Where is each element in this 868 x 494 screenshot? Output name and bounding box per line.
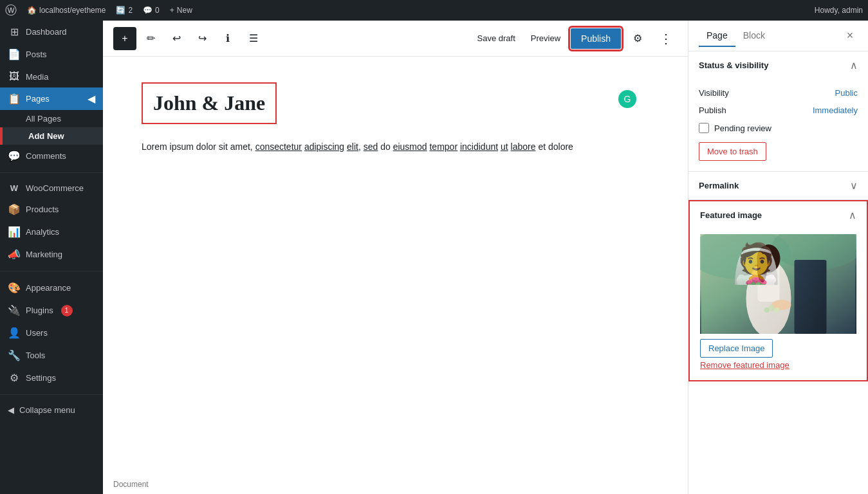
plugins-icon: 🔌 bbox=[8, 304, 21, 316]
collapse-menu-button[interactable]: ◀ Collapse menu bbox=[0, 400, 103, 420]
comments-link[interactable]: 💬 0 bbox=[143, 6, 160, 15]
analytics-icon: 📊 bbox=[8, 226, 21, 238]
wp-icon: ⓦ bbox=[5, 3, 17, 18]
permalink-toggle-icon: ∨ bbox=[850, 179, 858, 192]
tab-page[interactable]: Page bbox=[699, 25, 735, 47]
remove-featured-image-link[interactable]: Remove featured image bbox=[700, 360, 790, 370]
updates-icon: 🔄 bbox=[116, 6, 125, 15]
sidebar-item-plugins[interactable]: 🔌 Plugins 1 bbox=[0, 299, 103, 322]
updates-link[interactable]: 🔄 2 bbox=[116, 6, 133, 15]
pending-review-row: Pending review bbox=[699, 119, 858, 137]
list-view-button[interactable]: ☰ bbox=[242, 27, 265, 50]
sidebar-item-appearance[interactable]: 🎨 Appearance bbox=[0, 277, 103, 299]
more-options-button[interactable]: ⋮ bbox=[654, 27, 678, 50]
page-title-block[interactable]: John & Jane bbox=[142, 82, 277, 124]
dashboard-icon: ⊞ bbox=[8, 26, 21, 38]
tab-block[interactable]: Block bbox=[735, 25, 773, 47]
move-to-trash-button[interactable]: Move to trash bbox=[699, 142, 766, 161]
editor-content[interactable]: John & Jane G Lorem ipsum dolor sit amet… bbox=[103, 57, 688, 494]
sidebar-item-media[interactable]: 🖼 Media bbox=[0, 66, 103, 87]
editor-paragraph[interactable]: Lorem ipsum dolor sit amet, consectetur … bbox=[142, 140, 649, 154]
editor-toolbar: + ✏ ↩ ↪ ℹ ☰ Save draft bbox=[103, 21, 688, 57]
featured-image-header[interactable]: Featured image ∧ bbox=[690, 201, 867, 229]
redo-icon: ↪ bbox=[198, 32, 207, 44]
editor-area: + ✏ ↩ ↪ ℹ ☰ Save draft bbox=[103, 21, 688, 494]
pencil-icon: ✏ bbox=[147, 32, 155, 44]
all-pages-label: All Pages bbox=[26, 114, 61, 124]
sidebar-label-dashboard: Dashboard bbox=[26, 27, 67, 37]
sidebar-item-dashboard[interactable]: ⊞ Dashboard bbox=[0, 21, 103, 43]
featured-image-toggle-icon: ∧ bbox=[849, 209, 856, 221]
featured-image-title: Featured image bbox=[700, 210, 762, 220]
sidebar-item-users[interactable]: 👤 Users bbox=[0, 322, 103, 344]
status-visibility-header[interactable]: Status & visibility ∧ bbox=[688, 51, 868, 79]
svg-point-1 bbox=[700, 234, 791, 279]
sidebar-item-marketing[interactable]: 📣 Marketing bbox=[0, 243, 103, 266]
sidebar-item-posts[interactable]: 📄 Posts bbox=[0, 43, 103, 66]
visibility-value[interactable]: Public bbox=[835, 88, 858, 98]
add-block-button[interactable]: + bbox=[113, 27, 136, 50]
sidebar-label-analytics: Analytics bbox=[26, 227, 59, 237]
sidebar-divider-2 bbox=[0, 271, 103, 271]
sidebar-item-comments[interactable]: 💬 Comments bbox=[0, 145, 103, 167]
pages-icon: 📋 bbox=[8, 93, 21, 105]
page-title[interactable]: John & Jane bbox=[153, 91, 265, 115]
svg-point-6 bbox=[757, 250, 768, 282]
redo-button[interactable]: ↪ bbox=[190, 27, 214, 50]
info-button[interactable]: ℹ bbox=[216, 27, 239, 50]
document-label: Document bbox=[103, 475, 159, 494]
undo-icon: ↩ bbox=[172, 32, 181, 44]
permalink-header[interactable]: Permalink ∨ bbox=[688, 172, 868, 199]
sidebar-label-marketing: Marketing bbox=[26, 250, 62, 259]
sidebar-item-settings[interactable]: ⚙ Settings bbox=[0, 367, 103, 389]
featured-image-section: Featured image ∧ bbox=[688, 200, 868, 381]
appearance-icon: 🎨 bbox=[8, 282, 21, 294]
add-new-label: Add New bbox=[28, 131, 64, 141]
comments-count: 0 bbox=[155, 6, 160, 15]
settings-toggle-button[interactable]: ⚙ bbox=[626, 27, 649, 50]
replace-image-button[interactable]: Replace Image bbox=[700, 339, 773, 358]
plus-icon: + bbox=[122, 33, 127, 44]
toolbar-left: + ✏ ↩ ↪ ℹ ☰ bbox=[113, 27, 467, 50]
pending-review-label: Pending review bbox=[714, 124, 771, 133]
sidebar-label-posts: Posts bbox=[26, 50, 47, 59]
sidebar-item-add-new[interactable]: Add New bbox=[0, 127, 103, 145]
status-visibility-toggle-icon: ∧ bbox=[850, 59, 858, 71]
preview-button[interactable]: Preview bbox=[526, 31, 566, 46]
sidebar-item-products[interactable]: 📦 Products bbox=[0, 198, 103, 221]
pending-review-checkbox[interactable] bbox=[699, 123, 709, 133]
admin-bar: ⓦ 🏠 localhost/eyetheme 🔄 2 💬 0 + New How… bbox=[0, 0, 868, 21]
visibility-row: Visibility Public bbox=[699, 84, 858, 102]
panel-close-button[interactable]: × bbox=[842, 28, 858, 44]
sidebar-item-analytics[interactable]: 📊 Analytics bbox=[0, 221, 103, 243]
sidebar-item-all-pages[interactable]: All Pages bbox=[0, 110, 103, 127]
new-content-link[interactable]: + New bbox=[170, 6, 192, 15]
svg-point-9 bbox=[769, 305, 775, 311]
publish-value[interactable]: Immediately bbox=[813, 105, 858, 115]
home-icon: 🏠 bbox=[27, 6, 37, 15]
comment-icon: 💬 bbox=[143, 6, 152, 15]
featured-image-preview[interactable] bbox=[700, 234, 856, 334]
sidebar-item-pages[interactable]: 📋 Pages ◀ bbox=[0, 87, 103, 110]
undo-button[interactable]: ↩ bbox=[165, 27, 188, 50]
save-draft-button[interactable]: Save draft bbox=[472, 31, 521, 46]
sidebar-item-woocommerce[interactable]: W WooCommerce bbox=[0, 178, 103, 198]
svg-point-5 bbox=[757, 244, 780, 273]
comments-icon: 💬 bbox=[8, 150, 21, 162]
ellipsis-vertical-icon: ⋮ bbox=[660, 31, 672, 46]
updates-count: 2 bbox=[128, 6, 133, 15]
new-label: New bbox=[177, 6, 192, 15]
tools-icon: 🔧 bbox=[8, 349, 21, 361]
posts-icon: 📄 bbox=[8, 48, 21, 60]
sidebar-label-woocommerce: WooCommerce bbox=[26, 183, 84, 193]
visibility-label: Visibility bbox=[699, 88, 729, 98]
wp-logo[interactable]: ⓦ bbox=[5, 3, 17, 18]
sidebar-label-settings: Settings bbox=[26, 373, 56, 383]
sidebar-item-tools[interactable]: 🔧 Tools bbox=[0, 344, 103, 367]
tools-button[interactable]: ✏ bbox=[139, 27, 162, 50]
users-icon: 👤 bbox=[8, 327, 21, 339]
sidebar-divider-1 bbox=[0, 172, 103, 173]
grammarly-button[interactable]: G bbox=[618, 90, 636, 108]
site-link[interactable]: 🏠 localhost/eyetheme bbox=[27, 6, 106, 15]
publish-button[interactable]: Publish bbox=[571, 28, 621, 49]
